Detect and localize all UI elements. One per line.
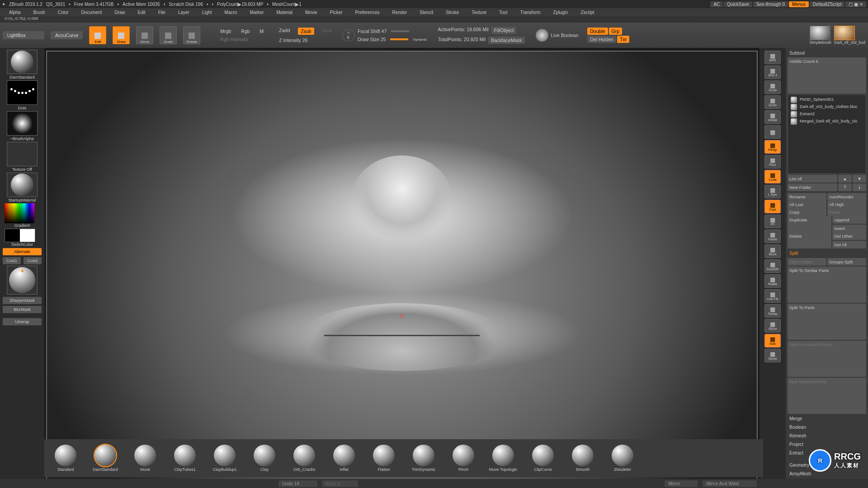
split-section[interactable]: Split: [788, 249, 866, 257]
zsub-toggle[interactable]: Zsub: [298, 28, 314, 35]
viewport[interactable]: [46, 51, 758, 486]
color-picker[interactable]: Gradient: [5, 203, 40, 228]
liveboolean-icon[interactable]: [536, 29, 548, 42]
menu-movie[interactable]: Movie: [299, 9, 324, 16]
move-down-button[interactable]: ▼: [853, 175, 866, 183]
splitparts-button[interactable]: Split To Parts: [788, 304, 866, 340]
rotate-mode-button[interactable]: Rotate: [183, 26, 200, 44]
backfacemask-button[interactable]: BackfaceMask: [488, 37, 524, 44]
brush-inflat[interactable]: Inflat: [326, 445, 362, 472]
fillobject-button[interactable]: FillObject: [491, 27, 517, 34]
menu-document[interactable]: Document: [75, 9, 108, 16]
nav-floor[interactable]: ▦Floor: [764, 155, 781, 169]
menu-color[interactable]: Color: [52, 9, 75, 16]
menu-tool[interactable]: Tool: [493, 9, 514, 16]
mrgb-toggle[interactable]: Mrgb: [220, 28, 231, 34]
liveboolean-label[interactable]: Live Boolean: [551, 33, 579, 38]
subtool-header[interactable]: Subtool: [788, 50, 866, 56]
merge-section[interactable]: Merge: [788, 415, 866, 422]
splitsimilar-button[interactable]: Split To Similar Parts: [788, 267, 866, 303]
alpha-swatch[interactable]: ~BrushAlpha: [5, 111, 40, 141]
brush-claybuildup1[interactable]: ClayBuildup1: [207, 445, 242, 472]
nav-local[interactable]: ▦Local: [764, 170, 781, 183]
brush-pinch[interactable]: Pinch: [446, 445, 481, 472]
nav-l.sym[interactable]: ▦L.Sym: [764, 185, 781, 198]
switch-color[interactable]: SwitchColor: [5, 229, 40, 247]
brush-flatten[interactable]: Flatten: [366, 445, 401, 472]
focal-shift-slider[interactable]: Focal Shift 47: [358, 28, 387, 34]
menu-transform[interactable]: Transform: [514, 9, 547, 16]
window-controls[interactable]: ▢ ▣ ✕: [845, 1, 866, 7]
subtool-item[interactable]: Dark elf_v02_body_clothes bloc: [789, 103, 865, 110]
zadd-toggle[interactable]: Zadd: [279, 28, 290, 35]
menu-draw[interactable]: Draw: [108, 9, 131, 16]
menu-stencil[interactable]: Stencil: [413, 9, 439, 16]
menu-material[interactable]: Material: [270, 9, 299, 16]
brush-clay[interactable]: Clay: [247, 445, 282, 472]
brush-swatch[interactable]: DamStandard: [5, 50, 40, 80]
cust1-button[interactable]: Cust1: [3, 257, 21, 264]
nav-solo[interactable]: ▦Solo: [764, 334, 781, 347]
subtool-item[interactable]: Merged_Dark elf_v02_body_clo: [789, 117, 865, 125]
quicksave-button[interactable]: QuickSave: [724, 1, 752, 7]
grp-toggle[interactable]: Grp: [609, 28, 623, 35]
nav-persp[interactable]: ▦Persp: [764, 140, 781, 154]
double-toggle[interactable]: Double: [587, 28, 608, 35]
alternate-toggle[interactable]: Alternate: [3, 248, 42, 255]
splithidden-button[interactable]: Split Hidden: [788, 258, 826, 266]
brush-claytubes1[interactable]: ClayTubes1: [167, 445, 203, 472]
zcut-toggle[interactable]: Zcut: [322, 28, 331, 35]
scale-mode-button[interactable]: Scale: [160, 26, 177, 44]
menu-file[interactable]: File: [152, 9, 172, 16]
menu-alpha[interactable]: Alpha: [3, 9, 27, 16]
subtool-item[interactable]: Extract2: [789, 110, 865, 117]
autoreorder-button[interactable]: AutoReorder: [827, 193, 866, 201]
redo-field[interactable]: Redo 0: [322, 480, 358, 487]
nav-xpose[interactable]: ▦Xpose: [764, 349, 781, 362]
z-intensity-slider[interactable]: Z Intensity 26: [279, 38, 331, 43]
delete-button[interactable]: Delete: [788, 232, 831, 249]
nav-cxyz[interactable]: ▦Cxyz: [764, 200, 781, 213]
brush-standard[interactable]: Standard: [48, 445, 83, 472]
groupssplit-button[interactable]: Groups Split: [827, 258, 866, 266]
append-button[interactable]: Append: [832, 216, 866, 224]
menu-picker[interactable]: Picker: [324, 9, 349, 16]
splitmasked-button[interactable]: Split Masked Points: [788, 378, 866, 414]
nav-lock[interactable]: ▦: [764, 125, 781, 139]
mirrorweld-field[interactable]: Mirror And Weld: [703, 480, 757, 487]
paste-button[interactable]: Paste: [827, 208, 866, 216]
seethrough-slider[interactable]: See-through 0: [753, 1, 788, 7]
menu-light[interactable]: Light: [196, 9, 218, 16]
menu-edit[interactable]: Edit: [132, 9, 152, 16]
allhigh-button[interactable]: All High: [827, 201, 866, 208]
menu-stroke[interactable]: Stroke: [439, 9, 465, 16]
remesh-section[interactable]: Remesh: [788, 432, 866, 440]
rename-button[interactable]: Rename: [788, 193, 826, 201]
project-section[interactable]: Project: [788, 441, 866, 448]
menu-brush[interactable]: Brush: [27, 9, 52, 16]
lightbox-button[interactable]: LightBox: [3, 31, 44, 39]
texture-swatch[interactable]: Texture Off: [5, 142, 40, 172]
cust2-button[interactable]: Cust2: [24, 257, 42, 264]
stroke-swatch[interactable]: Dots: [5, 80, 40, 110]
dynamic-toggle[interactable]: Dynamic: [413, 38, 427, 42]
mask-sphere[interactable]: [5, 266, 40, 296]
tool-thumb-simplebrush[interactable]: [810, 26, 830, 40]
brush-zmodeler[interactable]: ZModeler: [605, 445, 640, 472]
menu-preferences[interactable]: Preferences: [349, 9, 386, 16]
txr-toggle[interactable]: Txr: [617, 36, 629, 43]
delall-button[interactable]: Del All: [832, 241, 866, 249]
splitunmasked-button[interactable]: Split Unmasked Points: [788, 341, 866, 377]
menu-render[interactable]: Render: [386, 9, 414, 16]
delhidden-button[interactable]: Del Hidden: [587, 36, 616, 43]
move-top-button[interactable]: ⤒: [838, 183, 852, 191]
menu-zplugin[interactable]: Zplugin: [547, 9, 575, 16]
nav-transp[interactable]: ▦Transp: [764, 304, 781, 318]
menu-marker[interactable]: Marker: [243, 9, 270, 16]
mirror-field[interactable]: Mirror: [665, 480, 698, 487]
menu-macro[interactable]: Macro: [218, 9, 244, 16]
copy-button[interactable]: Copy: [788, 208, 826, 216]
menu-layer[interactable]: Layer: [172, 9, 196, 16]
nav-zoom[interactable]: ▦Zoom: [764, 95, 781, 109]
menus-toggle[interactable]: Menus: [789, 1, 809, 7]
